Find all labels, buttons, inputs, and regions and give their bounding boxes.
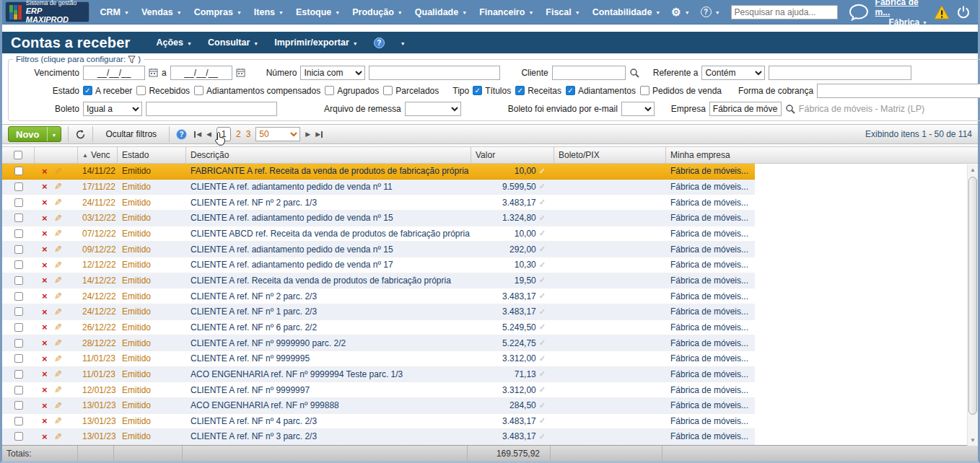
estado-filter-adiantamentos-compensados[interactable]: Adiantamentos compensados <box>194 86 320 96</box>
edit-pencil-icon[interactable]: ✎ <box>54 229 62 238</box>
estado-filter-agrupados[interactable]: Agrupados <box>325 86 379 96</box>
edit-pencil-icon[interactable]: ✎ <box>54 291 62 301</box>
edit-pencil-icon[interactable]: ✎ <box>54 307 62 317</box>
edit-pencil-icon[interactable]: ✎ <box>54 401 62 410</box>
table-row[interactable]: ×✎26/12/22EmitidoCLIENTE A ref. NF nº 6 … <box>2 320 755 336</box>
row-checkbox[interactable] <box>14 386 23 394</box>
top-menu-contabilidade[interactable]: Contabilidade▼ <box>592 7 661 17</box>
boleto-operator-select[interactable]: Igual a <box>83 102 142 116</box>
checked-checkbox-icon[interactable]: ✓ <box>473 86 482 95</box>
calendar-icon[interactable] <box>149 68 158 77</box>
table-row[interactable]: ×✎13/01/23EmitidoACO ENGENHARIA ref. NF … <box>2 398 755 414</box>
tipo-filter-pedidos-de-venda[interactable]: Pedidos de venda <box>640 86 722 96</box>
edit-pencil-icon[interactable]: ✎ <box>54 385 62 394</box>
select-all-checkbox[interactable] <box>2 147 35 163</box>
scroll-down-icon[interactable]: ▼ <box>968 435 978 446</box>
empresa-input[interactable] <box>709 102 782 116</box>
checked-checkbox-icon[interactable]: ✓ <box>515 86 525 95</box>
top-menu-producao[interactable]: Produção▼ <box>352 7 403 17</box>
table-row[interactable]: ×✎14/12/22EmitidoCLIENTE A ref. Receita … <box>2 273 755 289</box>
edit-pencil-icon[interactable]: ✎ <box>54 198 62 207</box>
row-checkbox[interactable] <box>14 354 23 363</box>
column-header-estado[interactable]: Estado <box>118 147 186 163</box>
delete-icon[interactable]: × <box>42 167 48 176</box>
page-size-select[interactable]: 50 <box>255 127 300 141</box>
top-menu-fiscal[interactable]: Fiscal▼ <box>546 7 579 17</box>
column-header-boleto-pix[interactable]: Boleto/PIX <box>554 147 666 163</box>
top-menu-crm[interactable]: CRM▼ <box>100 7 129 17</box>
delete-icon[interactable]: × <box>42 401 48 410</box>
top-menu-financeiro[interactable]: Financeiro▼ <box>479 7 533 17</box>
checked-checkbox-icon[interactable]: ✓ <box>83 86 92 95</box>
company-link[interactable]: Fábrica de m... <box>875 0 927 17</box>
row-checkbox[interactable] <box>14 292 23 301</box>
row-checkbox[interactable] <box>14 198 23 207</box>
last-page-button[interactable]: ▶ <box>315 131 323 138</box>
boleto-input[interactable] <box>146 102 277 116</box>
top-menu-compras[interactable]: Compras▼ <box>194 7 242 17</box>
row-checkbox[interactable] <box>14 307 23 316</box>
page-help-icon[interactable]: ? <box>374 38 385 48</box>
row-checkbox[interactable] <box>14 417 23 425</box>
search-icon[interactable] <box>629 68 639 78</box>
chevron-down-icon[interactable]: ▼ <box>401 40 406 46</box>
boleto-email-select[interactable] <box>621 102 655 116</box>
delete-icon[interactable]: × <box>42 291 48 301</box>
estado-filter-recebidos[interactable]: Recebidos <box>136 86 190 96</box>
delete-icon[interactable]: × <box>42 198 48 207</box>
cliente-input[interactable] <box>552 66 626 80</box>
forma-cobranca-select[interactable] <box>817 84 980 98</box>
edit-pencil-icon[interactable]: ✎ <box>54 260 62 270</box>
arquivo-remessa-select[interactable] <box>405 102 461 116</box>
delete-icon[interactable]: × <box>42 385 48 394</box>
tipo-filter-receitas[interactable]: ✓Receitas <box>515 86 561 96</box>
refresh-icon[interactable] <box>75 129 86 140</box>
delete-icon[interactable]: × <box>42 213 48 223</box>
row-checkbox[interactable] <box>14 260 23 269</box>
scrollbar-thumb[interactable] <box>968 177 977 415</box>
edit-pencil-icon[interactable]: ✎ <box>54 182 62 191</box>
table-row[interactable]: ×✎11/01/23EmitidoACO ENGENHARIA ref. NF … <box>2 367 755 383</box>
row-checkbox[interactable] <box>14 432 23 441</box>
vencimento-to-input[interactable] <box>170 66 232 80</box>
delete-icon[interactable]: × <box>42 244 48 254</box>
row-checkbox[interactable] <box>14 370 23 379</box>
search-icon[interactable] <box>785 104 795 114</box>
top-menu-estoque[interactable]: Estoque▼ <box>296 7 340 17</box>
table-row[interactable]: ×✎24/12/22EmitidoCLIENTE A ref. NF nº 2 … <box>2 288 755 304</box>
checked-checkbox-icon[interactable]: ✓ <box>566 86 575 95</box>
edit-pencil-icon[interactable]: ✎ <box>54 167 62 176</box>
unchecked-checkbox-icon[interactable] <box>383 86 393 95</box>
chat-bubble-icon[interactable] <box>849 4 869 21</box>
column-header-venc[interactable]: ▲Venc <box>78 147 118 163</box>
top-menu-vendas[interactable]: Vendas▼ <box>141 7 182 17</box>
table-row[interactable]: ×✎03/12/22EmitidoCLIENTE A ref. adiantam… <box>2 211 755 226</box>
row-checkbox[interactable] <box>14 182 23 191</box>
edit-pencil-icon[interactable]: ✎ <box>54 416 62 425</box>
table-row[interactable]: ×✎13/01/23EmitidoCLIENTE A ref. NF nº 3 … <box>2 429 755 445</box>
page-button-3[interactable]: 3 <box>246 129 251 139</box>
edit-pencil-icon[interactable]: ✎ <box>54 432 62 441</box>
toolbar-help-icon[interactable]: ? <box>176 129 187 140</box>
edit-pencil-icon[interactable]: ✎ <box>54 369 62 379</box>
ocultar-filtros-button[interactable]: Ocultar filtros <box>100 129 162 139</box>
settings-menu[interactable]: ⚙ ▼ <box>671 6 689 19</box>
delete-icon[interactable]: × <box>42 416 48 425</box>
tipo-filter-titulos[interactable]: ✓Títulos <box>473 86 511 96</box>
unchecked-checkbox-icon[interactable] <box>136 86 146 95</box>
page-button-2[interactable]: 2 <box>236 129 241 139</box>
row-checkbox[interactable] <box>14 339 23 348</box>
delete-icon[interactable]: × <box>42 338 48 348</box>
unchecked-checkbox-icon[interactable] <box>640 86 649 95</box>
unchecked-checkbox-icon[interactable] <box>325 86 334 95</box>
top-menu-qualidade[interactable]: Qualidade▼ <box>415 7 467 17</box>
page-menu-consultar[interactable]: Consultar▼ <box>208 38 258 48</box>
help-search-input[interactable] <box>731 5 838 19</box>
page-menu-acoes[interactable]: Ações▼ <box>157 38 192 48</box>
table-row[interactable]: ×✎12/01/23EmitidoCLIENTE A ref. NF nº 99… <box>2 382 755 398</box>
edit-pencil-icon[interactable]: ✎ <box>54 322 62 332</box>
delete-icon[interactable]: × <box>42 354 48 363</box>
row-checkbox[interactable] <box>14 229 23 238</box>
edit-pencil-icon[interactable]: ✎ <box>54 244 62 254</box>
column-header-valor[interactable]: Valor <box>471 147 554 163</box>
